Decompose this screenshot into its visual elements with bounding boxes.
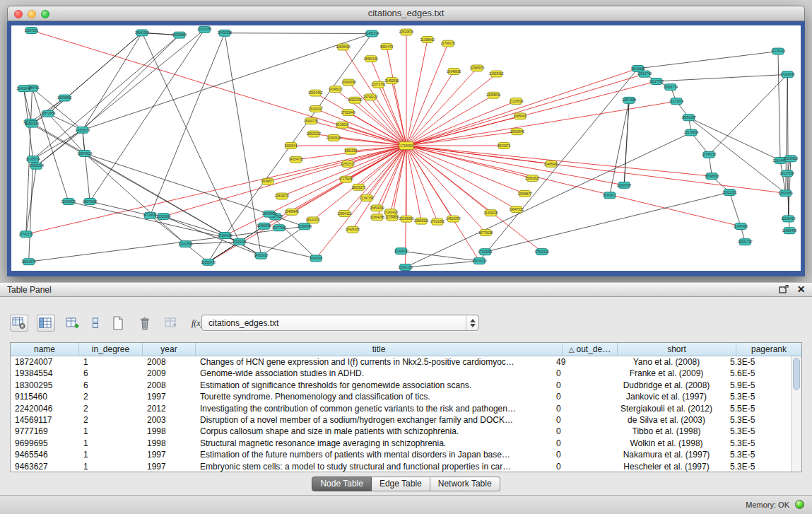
column-header-in-degree[interactable]: in_degree bbox=[79, 343, 143, 356]
graph-node[interactable]: 20974823 bbox=[78, 150, 93, 156]
graph-node[interactable]: 14003017 bbox=[254, 252, 269, 259]
column-header-title[interactable]: title bbox=[196, 343, 563, 356]
zoom-button[interactable] bbox=[41, 10, 49, 18]
new-table-icon[interactable] bbox=[109, 315, 127, 332]
graph-node[interactable]: 21398662 bbox=[420, 36, 435, 42]
graph-node[interactable]: 16776038 bbox=[478, 230, 493, 236]
float-panel-icon[interactable] bbox=[778, 284, 789, 295]
graph-node[interactable]: 23193317 bbox=[309, 106, 324, 112]
graph-node[interactable]: 9040140 bbox=[310, 255, 322, 262]
graph-node[interactable]: 21822321 bbox=[722, 189, 737, 196]
table-row[interactable]: 1456911722003Disruption of a novel membe… bbox=[11, 414, 791, 426]
graph-node[interactable]: 17275450 bbox=[339, 176, 353, 182]
table-row[interactable]: 1938455462009Genome-wide association stu… bbox=[11, 368, 791, 379]
tab-network-table[interactable]: Network Table bbox=[430, 477, 500, 491]
graph-node[interactable]: 9599677 bbox=[261, 178, 274, 185]
graph-node[interactable]: 18876828 bbox=[83, 198, 98, 204]
import-table-icon[interactable] bbox=[163, 315, 181, 332]
close-button[interactable] bbox=[14, 10, 23, 18]
graph-node[interactable]: 22798170 bbox=[441, 40, 456, 47]
graph-node[interactable]: 9216018 bbox=[336, 122, 349, 128]
graph-node[interactable]: 13836404 bbox=[336, 44, 351, 50]
graph-node[interactable]: 14353679 bbox=[76, 127, 90, 133]
graph-node[interactable]: 23178664 bbox=[684, 129, 699, 136]
create-column-icon[interactable] bbox=[64, 315, 82, 332]
graph-node[interactable]: 21500533 bbox=[326, 135, 341, 141]
graph-node[interactable]: 17552619 bbox=[535, 249, 550, 255]
graph-node[interactable]: 9654470 bbox=[380, 44, 393, 50]
column-header-short[interactable]: short bbox=[618, 343, 736, 356]
graph-node[interactable]: 23104090 bbox=[394, 248, 408, 255]
graph-node[interactable]: 13745218 bbox=[702, 151, 717, 158]
graph-node[interactable]: 19324462 bbox=[308, 90, 323, 96]
delete-table-icon[interactable] bbox=[136, 315, 154, 332]
graph-node[interactable]: 18892397 bbox=[682, 115, 697, 121]
graph-node[interactable]: 19127264 bbox=[780, 170, 795, 177]
graph-node[interactable]: 11339225 bbox=[484, 210, 498, 216]
graph-node[interactable]: 16229243 bbox=[771, 48, 786, 54]
graph-node[interactable]: 9565927 bbox=[604, 192, 616, 199]
scrollbar-thumb[interactable] bbox=[793, 358, 800, 390]
graph-node[interactable]: 19521797 bbox=[738, 239, 753, 245]
graph-node[interactable]: 14345017 bbox=[329, 86, 343, 93]
graph-node[interactable]: 13920845 bbox=[510, 129, 525, 135]
graph-node[interactable]: 9361092 bbox=[344, 148, 357, 154]
graph-node[interactable]: 19377680 bbox=[272, 225, 287, 231]
graph-node[interactable]: 21431724 bbox=[365, 30, 379, 37]
table-row[interactable]: 969969511998Structural magnetic resonanc… bbox=[11, 438, 791, 449]
graph-node[interactable]: 13364268 bbox=[370, 214, 385, 221]
graph-node[interactable]: 23794129 bbox=[363, 94, 378, 100]
graph-node[interactable]: 21858978 bbox=[201, 259, 216, 265]
graph-node[interactable]: 21073761 bbox=[371, 81, 386, 88]
column-header-name[interactable]: name bbox=[11, 343, 79, 356]
show-columns-icon[interactable] bbox=[37, 315, 55, 332]
graph-node[interactable]: 15082825 bbox=[525, 175, 540, 182]
graph-node[interactable]: 23458061 bbox=[486, 92, 501, 98]
graph-node[interactable]: 20520237 bbox=[307, 131, 322, 137]
graph-node[interactable]: 1724093 bbox=[399, 142, 413, 150]
graph-node[interactable]: 16484933 bbox=[25, 121, 40, 127]
graph-node[interactable]: 19127557 bbox=[649, 78, 664, 85]
graph-node[interactable]: 22166693 bbox=[399, 216, 414, 222]
graph-node[interactable]: 21452083 bbox=[384, 78, 399, 84]
graph-node[interactable]: 14718069 bbox=[143, 212, 158, 218]
graph-node[interactable]: 11497460 bbox=[734, 223, 748, 230]
graph-node[interactable]: 23489845 bbox=[285, 209, 300, 215]
graph-node[interactable]: 17021092 bbox=[430, 218, 445, 225]
column-header-year[interactable]: year bbox=[143, 343, 196, 356]
graph-node[interactable]: 23669191 bbox=[414, 218, 429, 224]
graph-node[interactable]: 20428105 bbox=[346, 226, 360, 233]
graph-node[interactable]: 16603974 bbox=[21, 259, 36, 265]
network-view[interactable]: 9929373194854301508282512598877199473311… bbox=[11, 25, 801, 271]
graph-node[interactable]: 20401538 bbox=[218, 30, 233, 36]
graph-node[interactable]: 20935224 bbox=[29, 163, 44, 169]
graph-node[interactable]: 9929373 bbox=[498, 143, 510, 149]
graph-node[interactable]: 21402640 bbox=[16, 86, 31, 92]
graph-node[interactable]: 21569362 bbox=[489, 71, 504, 77]
graph-node[interactable]: 21347392 bbox=[360, 195, 375, 201]
graph-node[interactable]: 15400735 bbox=[304, 118, 319, 124]
window-titlebar[interactable]: citations_edges.txt bbox=[7, 6, 805, 21]
graph-node[interactable]: 16948936 bbox=[447, 69, 461, 75]
vertical-scrollbar[interactable] bbox=[791, 356, 801, 472]
graph-node[interactable]: 15699959 bbox=[262, 211, 277, 217]
graph-node[interactable]: 15698593 bbox=[705, 173, 719, 180]
graph-node[interactable]: 10999398 bbox=[341, 79, 356, 86]
graph-node[interactable]: 22365973 bbox=[470, 65, 485, 71]
graph-node[interactable]: 12932585 bbox=[178, 241, 193, 247]
graph-node[interactable]: 23742236 bbox=[19, 231, 34, 238]
graph-node[interactable]: 12824685 bbox=[622, 97, 637, 103]
graph-node[interactable]: 21233014 bbox=[669, 98, 684, 105]
graph-node[interactable]: 17164008 bbox=[218, 233, 233, 239]
graph-node[interactable]: 19947331 bbox=[510, 206, 524, 213]
graph-node[interactable]: 11597291 bbox=[24, 28, 38, 34]
table-row[interactable]: 1872400712008Changes of HCN gene express… bbox=[11, 356, 791, 368]
graph-node[interactable]: 16908882 bbox=[57, 95, 72, 101]
graph-node[interactable]: 18324372 bbox=[306, 217, 321, 223]
graph-node[interactable]: 13092159 bbox=[399, 264, 413, 271]
minimize-button[interactable] bbox=[28, 10, 36, 18]
graph-node[interactable]: 16165574 bbox=[26, 156, 41, 163]
graph-node[interactable]: 22820576 bbox=[399, 29, 414, 35]
graph-node[interactable]: 16463091 bbox=[257, 223, 271, 229]
graph-node[interactable]: 20118414 bbox=[782, 216, 796, 222]
